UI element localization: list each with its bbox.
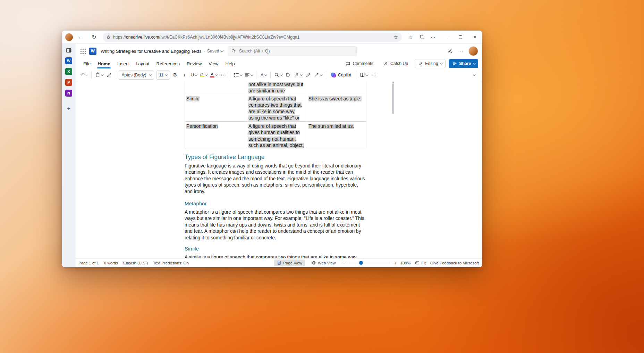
table-cell-definition: A figure of speech that compares two thi… bbox=[247, 94, 307, 122]
minimize-button[interactable] bbox=[439, 31, 453, 43]
language-selector[interactable]: English (U.S.) bbox=[123, 261, 148, 265]
text-predictions-toggle[interactable]: Text Predictions: On bbox=[153, 261, 189, 265]
underline-button[interactable]: U bbox=[189, 71, 198, 80]
status-bar: Page 1 of 1 0 words English (U.S.) Text … bbox=[76, 258, 482, 267]
designer-button[interactable] bbox=[313, 71, 323, 80]
sidebar-toggle-icon[interactable] bbox=[66, 47, 72, 54]
table-cell-example: The sun smiled at us. bbox=[307, 122, 366, 148]
page-view-label: Page View bbox=[283, 261, 302, 265]
undo-button[interactable]: ↶ bbox=[79, 71, 89, 80]
menu-insert[interactable]: Insert bbox=[114, 59, 132, 68]
font-name-select[interactable]: Aptos (Body) bbox=[119, 71, 154, 80]
alignment-button[interactable] bbox=[244, 71, 254, 80]
italic-button[interactable]: I bbox=[180, 71, 189, 80]
figurative-language-table[interactable]: not alike in most ways but are similar i… bbox=[185, 81, 366, 148]
menu-review[interactable]: Review bbox=[183, 59, 205, 68]
font-color-button[interactable]: A bbox=[209, 71, 219, 80]
collections-icon[interactable] bbox=[416, 32, 427, 42]
page-view-button[interactable]: Page View bbox=[274, 260, 305, 266]
font-size-select[interactable]: 11 bbox=[156, 71, 170, 80]
refresh-button[interactable]: ↻ bbox=[89, 32, 99, 42]
maximize-button[interactable] bbox=[453, 31, 468, 43]
editor-button[interactable] bbox=[304, 71, 313, 80]
saved-status[interactable]: · Saved bbox=[204, 49, 223, 54]
browser-menu-icon[interactable]: ⋯ bbox=[427, 32, 439, 42]
document-canvas[interactable]: not alike in most ways but are similar i… bbox=[76, 81, 482, 258]
font-more-button[interactable]: ⋯ bbox=[219, 71, 228, 80]
word-app: W Writing Strategies for Creative and En… bbox=[76, 44, 482, 267]
designer-chevron-icon bbox=[320, 73, 323, 76]
sidebar-item-powerpoint[interactable]: P bbox=[65, 79, 72, 86]
divider bbox=[116, 71, 116, 79]
app-launcher-icon[interactable] bbox=[80, 49, 82, 50]
divider bbox=[270, 71, 271, 79]
dictate-button[interactable] bbox=[293, 71, 304, 80]
sidebar-item-onenote[interactable]: N bbox=[65, 90, 72, 97]
settings-gear-icon[interactable] bbox=[447, 48, 453, 54]
grid-icon bbox=[360, 72, 365, 77]
catch-up-button[interactable]: Catch Up bbox=[380, 59, 411, 68]
highlight-color-button[interactable] bbox=[198, 71, 209, 80]
browser-profile-avatar[interactable] bbox=[65, 33, 73, 41]
globe-icon bbox=[312, 261, 316, 265]
collapse-ribbon-button[interactable] bbox=[470, 71, 479, 80]
paste-button[interactable] bbox=[94, 71, 104, 80]
format-painter-button[interactable] bbox=[104, 71, 113, 80]
menu-bar: File Home Insert Layout References Revie… bbox=[76, 58, 482, 69]
menu-layout[interactable]: Layout bbox=[132, 59, 153, 68]
bullets-button[interactable] bbox=[233, 71, 243, 80]
back-button[interactable]: ← bbox=[76, 32, 86, 42]
menu-view[interactable]: View bbox=[205, 59, 222, 68]
zoom-out-button[interactable]: − bbox=[342, 260, 345, 266]
sidebar-item-word[interactable]: W bbox=[65, 57, 72, 64]
editing-mode-button[interactable]: Editing bbox=[415, 59, 446, 68]
ribbon-toolbar: ↶ Aptos (Body) 11 B I U bbox=[76, 69, 482, 81]
menu-file[interactable]: File bbox=[80, 59, 94, 68]
web-view-button[interactable]: Web View bbox=[309, 260, 338, 266]
find-button[interactable] bbox=[273, 71, 283, 80]
bookmark-page-icon[interactable] bbox=[393, 35, 398, 40]
divider bbox=[91, 71, 92, 79]
fit-icon bbox=[415, 261, 420, 265]
word-count[interactable]: 0 words bbox=[104, 261, 118, 265]
search-box[interactable] bbox=[228, 46, 357, 56]
ribbon-more-button[interactable]: ⋯ bbox=[370, 71, 379, 80]
zoom-in-button[interactable]: + bbox=[394, 260, 397, 266]
feedback-link[interactable]: Give Feedback to Microsoft bbox=[430, 261, 479, 265]
fit-button[interactable]: Fit bbox=[414, 260, 426, 266]
address-bar[interactable]: https://onedrive.live.com/:w:/t/EaCKkPs6… bbox=[103, 33, 402, 42]
document-content: not alike in most ways but are similar i… bbox=[185, 81, 366, 258]
document-title[interactable]: Writing Strategies for Creative and Enga… bbox=[101, 49, 202, 54]
zoom-level[interactable]: 100% bbox=[400, 261, 410, 265]
clipboard-icon bbox=[95, 72, 100, 77]
copilot-button[interactable]: Copilot bbox=[329, 71, 354, 80]
comments-button[interactable]: Comments bbox=[342, 59, 376, 68]
menu-help[interactable]: Help bbox=[222, 59, 238, 68]
zoom-slider[interactable] bbox=[349, 263, 390, 263]
heading-simile: Simile bbox=[185, 245, 366, 252]
menu-references[interactable]: References bbox=[153, 59, 183, 68]
browser-chrome: ← ↻ https://onedrive.live.com/:w:/t/EaCK… bbox=[62, 31, 482, 44]
header-more-icon[interactable]: ⋯ bbox=[458, 48, 464, 54]
alignment-icon bbox=[245, 72, 250, 77]
account-avatar[interactable] bbox=[468, 46, 478, 56]
paragraph: A simile is a figure of speech that comp… bbox=[185, 254, 366, 258]
page-count[interactable]: Page 1 of 1 bbox=[78, 261, 99, 265]
zoom-slider-handle[interactable] bbox=[359, 261, 363, 265]
editor-pen-icon bbox=[306, 72, 311, 77]
sidebar-item-excel[interactable]: X bbox=[65, 68, 72, 75]
sidebar-add-icon[interactable]: + bbox=[67, 105, 70, 112]
search-input[interactable] bbox=[228, 46, 357, 56]
share-button[interactable]: Share bbox=[449, 59, 478, 68]
styles-button[interactable]: A bbox=[259, 71, 268, 80]
menu-home[interactable]: Home bbox=[94, 59, 114, 68]
word-logo-icon[interactable]: W bbox=[89, 48, 96, 55]
view-grid-button[interactable] bbox=[359, 71, 369, 80]
bold-button[interactable]: B bbox=[170, 71, 179, 80]
close-button[interactable]: × bbox=[468, 31, 482, 43]
table-cell-definition: not alike in most ways but are similar i… bbox=[247, 81, 307, 94]
read-aloud-button[interactable] bbox=[284, 71, 293, 80]
favorites-icon[interactable]: ☆ bbox=[405, 32, 416, 42]
magic-wand-icon bbox=[314, 72, 319, 77]
vertical-scrollbar[interactable] bbox=[392, 83, 394, 114]
